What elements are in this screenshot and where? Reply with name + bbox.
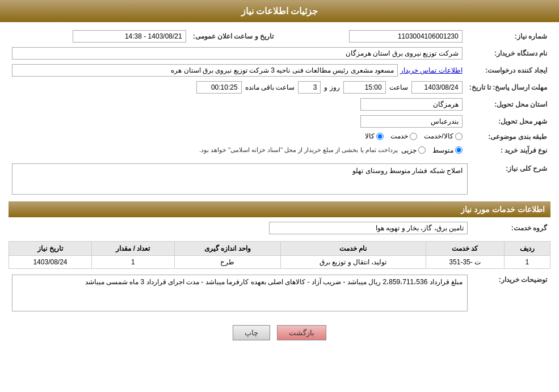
radio-kala-khedmat-label: کالا/خدمت (424, 132, 453, 140)
table-cell-service_code: ت -35-351 (426, 255, 504, 268)
announce-date-value-cell: 1403/08/21 - 14:38 (9, 28, 190, 45)
deadline-time-input[interactable]: 15:00 (343, 81, 386, 94)
col-row-num: ردیف (504, 241, 550, 255)
table-row: 1ت -35-351تولید، انتقال و توزیع برقطرح11… (9, 255, 550, 268)
province-label: استان محل تحویل: (466, 96, 550, 113)
radio-motavaset[interactable] (455, 146, 463, 154)
contact-link[interactable]: اطلاعات تماس خریدار (400, 66, 463, 74)
radio-jozi-label: جزیی (401, 146, 417, 154)
buyer-org-value-cell: شرکت توزیع نیروی برق استان هرمزگان (9, 45, 466, 62)
radio-item-motavaset[interactable]: متوسط (432, 146, 463, 154)
radio-jozi[interactable] (418, 146, 426, 154)
buyer-org-label: نام دستگاه خریدار: (466, 45, 550, 62)
description-textarea[interactable]: اصلاح شبکه فشار متوسط روستای تهلو (12, 163, 468, 195)
buyer-notes-value-cell: مبلغ قرارداد 2،859،711،536 ریال میباشد -… (9, 272, 471, 314)
radio-kala-khedmat[interactable] (455, 133, 463, 140)
deadline-time-label: ساعت (389, 83, 408, 91)
service-group-label: گروه خدمت: (471, 220, 550, 237)
requester-value-cell: اطلاعات تماس خریدار مسعود مشعری رئیس مطا… (9, 62, 466, 79)
requester-row-inline: اطلاعات تماس خریدار مسعود مشعری رئیس مطا… (12, 64, 463, 77)
table-cell-service_name: تولید، انتقال و توزیع برق (280, 255, 426, 268)
col-need-date: تاریخ نیاز (9, 241, 92, 255)
services-table-header-row: ردیف کد خدمت نام خدمت واحد اندازه گیری ت… (9, 241, 550, 255)
buyer-notes-table: توضیحات خریدار: مبلغ قرارداد 2،859،711،5… (9, 272, 550, 314)
content-area: شماره نیاز: 1103004106001230 تاریخ و ساع… (0, 22, 559, 351)
buyer-notes-textarea[interactable]: مبلغ قرارداد 2،859،711،536 ریال میباشد -… (12, 275, 468, 311)
page-title: جزئیات اطلاعات نیاز (241, 6, 318, 16)
requester-label: ایجاد کننده درخواست: (466, 62, 550, 79)
buyer-org-input[interactable]: شرکت توزیع نیروی برق استان هرمزگان (12, 47, 463, 60)
city-input[interactable]: بندرعباس (360, 115, 463, 128)
row-buyer-org: نام دستگاه خریدار: شرکت توزیع نیروی برق … (9, 45, 550, 62)
purchase-note: پرداخت تمام یا بخشی از مبلغ خریدار از مح… (199, 146, 398, 154)
page-header: جزئیات اطلاعات نیاز (0, 0, 559, 22)
radio-kala[interactable] (376, 133, 384, 140)
radio-khedmat[interactable] (410, 133, 417, 140)
deadline-label: مهلت ارسال پاسخ: تا تاریخ: (466, 79, 550, 96)
row-province: استان محل تحویل: هرمزگان (9, 96, 550, 113)
city-value-cell: بندرعباس (9, 113, 466, 130)
deadline-remaining-input[interactable]: 00:10:25 (196, 81, 242, 94)
radio-item-jozi[interactable]: جزیی (401, 146, 426, 154)
buyer-notes-label: توضیحات خریدار: (471, 272, 550, 314)
deadline-remaining-label: ساعت باقی مانده (245, 83, 295, 91)
category-radio-group: کالا/خدمت خدمت کالا (365, 132, 462, 140)
deadline-days-label: روز و (324, 83, 339, 91)
deadline-inline-fields: 1403/08/24 ساعت 15:00 روز و 3 ساعت باقی … (12, 81, 463, 94)
row-city: شهر محل تحویل: بندرعباس (9, 113, 550, 130)
radio-item-kala[interactable]: کالا (365, 132, 384, 140)
description-label: شرح کلی نیاز: (471, 161, 550, 197)
row-deadline: مهلت ارسال پاسخ: تا تاریخ: 1403/08/24 سا… (9, 79, 550, 96)
col-unit: واحد اندازه گیری (174, 241, 280, 255)
col-quantity: تعداد / مقدار (91, 241, 174, 255)
services-table-body: 1ت -35-351تولید، انتقال و توزیع برقطرح11… (9, 255, 550, 268)
purchase-type-inline: متوسط جزیی پرداخت تمام یا بخشی از مبلغ خ… (12, 146, 463, 154)
radio-item-kala-khedmat[interactable]: کالا/خدمت (424, 132, 462, 140)
services-table-head: ردیف کد خدمت نام خدمت واحد اندازه گیری ت… (9, 241, 550, 255)
row-category: طبقه بندی موضوعی: کالا/خدمت خدمت (9, 130, 550, 144)
table-cell-need_date: 1403/08/24 (9, 255, 92, 268)
requester-input[interactable]: مسعود مشعری رئیس مطالعات فنی ناحیه 3 شرک… (12, 64, 398, 77)
need-number-input[interactable]: 1103004106001230 (349, 30, 463, 43)
province-value-cell: هرمزگان (9, 96, 466, 113)
row-service-group: گروه خدمت: تامین برق، گاز، بخار و تهویه … (9, 220, 550, 237)
print-button[interactable]: چاپ (233, 325, 270, 340)
services-table: ردیف کد خدمت نام خدمت واحد اندازه گیری ت… (9, 241, 550, 269)
back-button[interactable]: بازگشت (277, 325, 326, 340)
row-buyer-notes: توضیحات خریدار: مبلغ قرارداد 2،859،711،5… (9, 272, 550, 314)
city-label: شهر محل تحویل: (466, 113, 550, 130)
announce-date-input[interactable]: 1403/08/21 - 14:38 (73, 30, 186, 43)
main-form-table: شماره نیاز: 1103004106001230 تاریخ و ساع… (9, 28, 550, 157)
table-cell-row_num: 1 (504, 255, 550, 268)
row-need-number: شماره نیاز: 1103004106001230 تاریخ و ساع… (9, 28, 550, 45)
purchase-type-value-cell: متوسط جزیی پرداخت تمام یا بخشی از مبلغ خ… (9, 144, 466, 157)
row-requester: ایجاد کننده درخواست: اطلاعات تماس خریدار… (9, 62, 550, 79)
row-description: شرح کلی نیاز: اصلاح شبکه فشار متوسط روست… (9, 161, 550, 197)
province-input[interactable]: هرمزگان (360, 98, 463, 111)
page-container: جزئیات اطلاعات نیاز شماره نیاز: 11030041… (0, 0, 559, 392)
service-group-table: گروه خدمت: تامین برق، گاز، بخار و تهویه … (9, 220, 550, 237)
radio-item-khedmat[interactable]: خدمت (390, 132, 417, 140)
description-value-cell: اصلاح شبکه فشار متوسط روستای تهلو (9, 161, 471, 197)
row-purchase-type: نوع فرآیند خرید : متوسط جزیی (9, 144, 550, 157)
radio-khedmat-label: خدمت (390, 132, 408, 140)
purchase-type-label: نوع فرآیند خرید : (466, 144, 550, 157)
table-cell-unit: طرح (174, 255, 280, 268)
button-bar: بازگشت چاپ (9, 318, 550, 345)
col-service-code: کد خدمت (426, 241, 504, 255)
services-section-header: اطلاعات خدمات مورد نیاز (9, 201, 550, 217)
purchase-type-radio-group: متوسط جزیی (401, 146, 463, 154)
description-form-table: شرح کلی نیاز: اصلاح شبکه فشار متوسط روست… (9, 161, 550, 197)
deadline-days-input[interactable]: 3 (298, 81, 321, 94)
category-label: طبقه بندی موضوعی: (466, 130, 550, 144)
radio-kala-label: کالا (365, 132, 375, 140)
col-service-name: نام خدمت (280, 241, 426, 255)
category-value-cell: کالا/خدمت خدمت کالا (9, 130, 466, 144)
deadline-date-input[interactable]: 1403/08/24 (411, 81, 463, 94)
need-number-label: شماره نیاز: (466, 28, 550, 45)
service-group-input[interactable]: تامین برق، گاز، بخار و تهویه هوا (269, 222, 468, 234)
deadline-value-cell: 1403/08/24 ساعت 15:00 روز و 3 ساعت باقی … (9, 79, 466, 96)
service-group-value-cell: تامین برق، گاز، بخار و تهویه هوا (9, 220, 471, 237)
table-cell-quantity: 1 (91, 255, 174, 268)
need-number-value-cell: 1103004106001230 (285, 28, 466, 45)
